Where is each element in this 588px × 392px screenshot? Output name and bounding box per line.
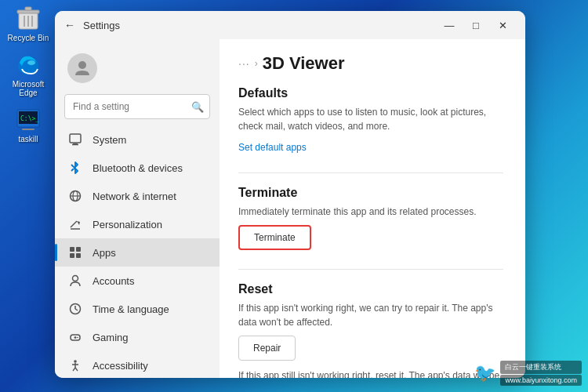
sidebar-item-system[interactable]: System <box>55 125 220 154</box>
bluetooth-icon <box>67 160 83 176</box>
sidebar: 🔍 System Bluetooth & devices <box>55 39 220 378</box>
svg-point-12 <box>78 61 86 69</box>
terminate-button[interactable]: Terminate <box>238 225 311 250</box>
defaults-description: Select which apps to use to listen to mu… <box>238 105 503 133</box>
time-icon <box>67 301 83 317</box>
gaming-icon <box>67 329 83 345</box>
search-icon: 🔍 <box>191 101 204 113</box>
sidebar-item-bluetooth[interactable]: Bluetooth & devices <box>55 154 220 182</box>
svg-rect-11 <box>22 129 34 130</box>
edge-icon[interactable]: Microsoft Edge <box>6 50 50 97</box>
svg-line-19 <box>71 221 77 227</box>
svg-point-33 <box>77 337 78 339</box>
twitter-icon: 🐦 <box>474 363 495 383</box>
accessibility-label: Accessibility <box>93 360 148 372</box>
main-content: ··· › 3D Viewer Defaults Select which ap… <box>220 39 525 378</box>
breadcrumb-dots: ··· <box>238 57 250 70</box>
network-label: Network & internet <box>93 191 176 202</box>
svg-point-34 <box>74 360 77 363</box>
sidebar-item-personalization[interactable]: Personalization <box>55 210 220 238</box>
recycle-bin-icon[interactable]: Recycle Bin <box>6 4 50 42</box>
terminate-section: Terminate Immediately terminate this app… <box>238 186 503 250</box>
desktop: Recycle Bin Microsoft Edge C:\>_ <box>0 0 588 392</box>
settings-body: 🔍 System Bluetooth & devices <box>55 39 525 378</box>
sidebar-item-accounts[interactable]: Accounts <box>55 267 220 295</box>
svg-point-7 <box>27 60 35 65</box>
search-input[interactable] <box>64 94 210 119</box>
sidebar-item-gaming[interactable]: Gaming <box>55 323 220 351</box>
maximize-button[interactable]: □ <box>463 14 489 36</box>
svg-rect-13 <box>70 134 81 143</box>
taskill-icon[interactable]: C:\>_ taskill <box>6 105 50 143</box>
svg-rect-24 <box>70 253 74 258</box>
defaults-title: Defaults <box>238 86 503 100</box>
reset-description2: If this app still isn't working right, r… <box>238 368 503 378</box>
time-label: Time & language <box>93 303 169 315</box>
personalization-icon <box>67 216 83 232</box>
edge-label: Microsoft Edge <box>6 80 50 97</box>
divider-1 <box>238 172 503 173</box>
sidebar-item-time[interactable]: Time & language <box>55 295 220 323</box>
watermark: 🐦 白云一键重装系统 www.baiyunxitong.com <box>474 361 582 386</box>
accessibility-icon <box>67 358 83 373</box>
breadcrumb: ··· › 3D Viewer <box>238 53 503 74</box>
system-icon <box>67 132 83 147</box>
svg-line-38 <box>75 368 78 371</box>
user-profile <box>55 45 220 94</box>
svg-line-29 <box>75 309 78 310</box>
bluetooth-label: Bluetooth & devices <box>93 162 183 174</box>
minimize-button[interactable]: — <box>436 14 463 36</box>
user-avatar <box>67 53 97 83</box>
close-button[interactable]: ✕ <box>489 14 516 36</box>
sidebar-item-network[interactable]: Network & internet <box>55 182 220 210</box>
apps-label: Apps <box>93 247 116 259</box>
taskill-label: taskill <box>18 135 38 143</box>
set-default-apps-link[interactable]: Set default apps <box>238 142 307 153</box>
system-label: System <box>93 134 126 146</box>
watermark-url: www.baiyunxitong.com <box>500 375 582 386</box>
svg-rect-22 <box>70 247 74 252</box>
window-controls: — □ ✕ <box>436 14 516 36</box>
network-icon <box>67 188 83 204</box>
terminate-description: Immediately terminate this app and its r… <box>238 205 503 219</box>
reset-description1: If this app isn't working right, we can … <box>238 301 503 329</box>
svg-text:C:\>_: C:\>_ <box>20 115 39 122</box>
svg-rect-2 <box>25 7 31 10</box>
svg-rect-23 <box>76 247 81 252</box>
window-title: Settings <box>83 20 120 31</box>
breadcrumb-arrow: › <box>255 58 258 69</box>
desktop-icons: Recycle Bin Microsoft Edge C:\>_ <box>6 4 50 143</box>
recycle-bin-label: Recycle Bin <box>8 34 49 42</box>
reset-title: Reset <box>238 282 503 296</box>
svg-rect-25 <box>76 253 81 258</box>
page-title: 3D Viewer <box>263 53 345 74</box>
title-bar: ← Settings — □ ✕ <box>55 11 525 39</box>
watermark-text: 白云一键重装系统 <box>500 361 582 374</box>
sidebar-item-apps[interactable]: Apps <box>55 238 220 267</box>
defaults-section: Defaults Select which apps to use to lis… <box>238 86 503 154</box>
reset-section: Reset If this app isn't working right, w… <box>238 282 503 378</box>
accounts-label: Accounts <box>93 275 134 287</box>
svg-point-26 <box>73 276 78 281</box>
settings-window: ← Settings — □ ✕ <box>55 11 525 378</box>
svg-rect-1 <box>17 10 39 13</box>
personalization-label: Personalization <box>93 219 162 230</box>
repair-button[interactable]: Repair <box>238 336 296 361</box>
svg-marker-20 <box>77 221 80 225</box>
gaming-label: Gaming <box>93 332 129 343</box>
svg-line-37 <box>73 368 75 371</box>
sidebar-item-accessibility[interactable]: Accessibility <box>55 351 220 378</box>
search-box: 🔍 <box>64 94 210 119</box>
terminate-title: Terminate <box>238 186 503 200</box>
accounts-icon <box>67 273 83 289</box>
back-button[interactable]: ← <box>64 19 75 31</box>
divider-2 <box>238 269 503 270</box>
apps-icon <box>67 245 83 260</box>
